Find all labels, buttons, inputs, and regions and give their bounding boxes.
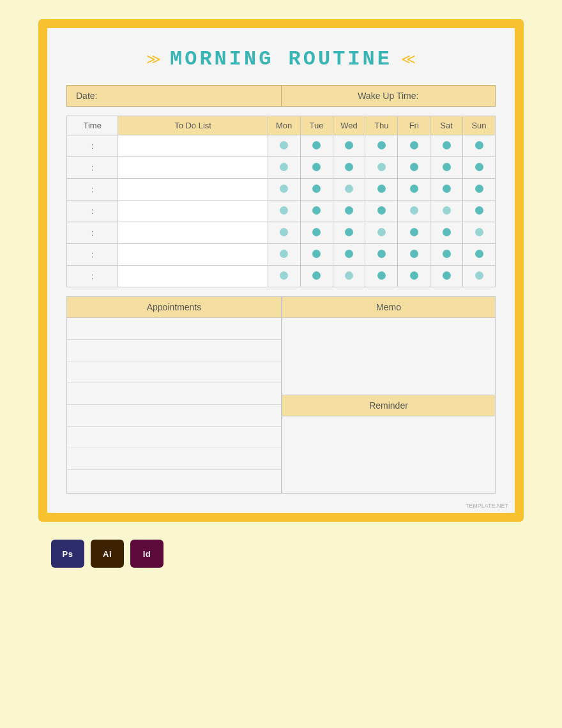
day-cell — [333, 222, 365, 244]
day-dot — [443, 250, 451, 258]
col-header-thu: Thu — [365, 116, 398, 135]
col-header-sun: Sun — [463, 116, 496, 135]
day-dot — [280, 163, 288, 171]
day-cell — [463, 135, 496, 157]
day-cell — [268, 157, 300, 179]
day-dot — [443, 206, 451, 215]
date-label: Date: — [67, 86, 281, 106]
col-header-fri: Fri — [398, 116, 430, 135]
appointment-line — [67, 383, 281, 405]
day-dot — [377, 271, 386, 280]
day-cell — [430, 135, 463, 157]
day-cell — [268, 266, 300, 287]
day-cell — [398, 201, 430, 222]
day-cell — [430, 179, 463, 201]
page-title: MORNING ROUTINE — [170, 47, 392, 71]
col-header-time: Time — [67, 116, 118, 135]
day-cell — [430, 201, 463, 222]
indesign-icon: Id — [130, 540, 163, 568]
table-row: : — [67, 244, 496, 266]
day-dot — [443, 163, 451, 171]
day-cell — [430, 222, 463, 244]
day-cell — [463, 201, 496, 222]
day-dot — [475, 250, 483, 258]
schedule-table: Time To Do List Mon Tue Wed Thu Fri Sat … — [66, 116, 496, 287]
day-dot — [377, 141, 386, 149]
day-dot — [410, 185, 418, 193]
day-cell — [398, 222, 430, 244]
col-header-wed: Wed — [333, 116, 365, 135]
day-cell — [463, 244, 496, 266]
day-dot — [345, 141, 353, 149]
todo-cell — [118, 244, 268, 266]
day-dot — [280, 250, 288, 258]
day-dot — [410, 250, 418, 258]
appointment-line — [67, 448, 281, 470]
day-cell — [365, 222, 398, 244]
day-dot — [345, 163, 353, 171]
appointments-section: Appointments — [66, 296, 282, 494]
left-deco-icon: ≫ — [146, 52, 161, 66]
time-cell: : — [67, 135, 118, 157]
day-dot — [345, 185, 353, 193]
time-cell: : — [67, 201, 118, 222]
appointment-line — [67, 361, 281, 383]
wake-label: Wake Up Time: — [281, 86, 496, 106]
table-row: : — [67, 201, 496, 222]
todo-cell — [118, 157, 268, 179]
day-dot — [377, 250, 386, 258]
reminder-section: Reminder — [282, 395, 496, 494]
day-dot — [280, 185, 288, 193]
day-cell — [365, 157, 398, 179]
day-dot — [377, 206, 386, 215]
day-dot — [377, 185, 386, 193]
day-cell — [333, 179, 365, 201]
day-cell — [463, 179, 496, 201]
day-cell — [398, 244, 430, 266]
day-dot — [443, 228, 451, 236]
day-cell — [463, 222, 496, 244]
day-cell — [463, 157, 496, 179]
day-dot — [475, 228, 483, 236]
day-cell — [463, 266, 496, 287]
photoshop-icon: Ps — [51, 540, 84, 568]
appointment-line — [67, 405, 281, 427]
day-cell — [300, 266, 333, 287]
day-dot — [443, 271, 451, 280]
todo-cell — [118, 179, 268, 201]
day-dot — [443, 141, 451, 149]
day-cell — [430, 157, 463, 179]
day-cell — [398, 157, 430, 179]
day-dot — [312, 228, 321, 236]
day-cell — [430, 244, 463, 266]
day-cell — [300, 157, 333, 179]
watermark: TEMPLATE.NET — [466, 503, 508, 509]
right-col: Memo Reminder — [282, 296, 496, 494]
title-area: ≫ MORNING ROUTINE ≪ — [66, 47, 496, 71]
day-cell — [268, 135, 300, 157]
day-dot — [410, 163, 418, 171]
day-cell — [430, 266, 463, 287]
day-dot — [312, 163, 321, 171]
day-dot — [345, 228, 353, 236]
day-dot — [377, 163, 386, 171]
day-cell — [333, 135, 365, 157]
bottom-section: Appointments Memo Reminder — [66, 296, 496, 494]
day-dot — [312, 141, 321, 149]
day-cell — [365, 266, 398, 287]
day-dot — [475, 163, 483, 171]
day-dot — [312, 250, 321, 258]
day-dot — [345, 271, 353, 280]
day-dot — [410, 141, 418, 149]
time-cell: : — [67, 157, 118, 179]
appointment-line — [67, 470, 281, 492]
day-cell — [268, 179, 300, 201]
day-cell — [333, 244, 365, 266]
time-cell: : — [67, 222, 118, 244]
day-cell — [365, 179, 398, 201]
appointments-lines — [67, 318, 281, 493]
day-cell — [365, 244, 398, 266]
day-dot — [410, 271, 418, 280]
table-row: : — [67, 157, 496, 179]
appointment-line — [67, 340, 281, 361]
